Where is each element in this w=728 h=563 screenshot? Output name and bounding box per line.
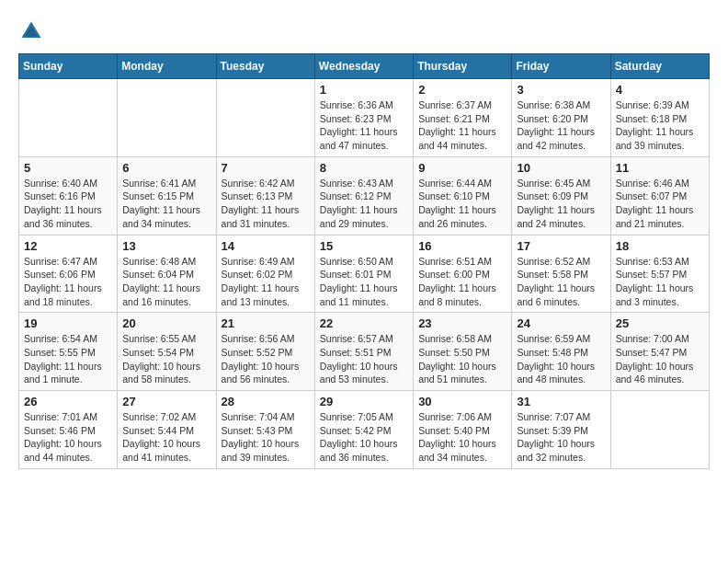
calendar-cell: 8Sunrise: 6:43 AMSunset: 6:12 PMDaylight… <box>314 156 413 235</box>
day-info: Sunrise: 6:56 AMSunset: 5:52 PMDaylight:… <box>222 332 310 386</box>
day-info: Sunrise: 6:52 AMSunset: 5:58 PMDaylight:… <box>517 255 605 309</box>
day-number: 12 <box>24 239 112 253</box>
calendar-cell <box>610 391 709 469</box>
day-number: 2 <box>418 83 506 97</box>
calendar-week-row: 19Sunrise: 6:54 AMSunset: 5:55 PMDayligh… <box>19 313 710 391</box>
weekday-header: Wednesday <box>314 54 413 79</box>
calendar-cell: 21Sunrise: 6:56 AMSunset: 5:52 PMDayligh… <box>216 313 314 391</box>
calendar-cell: 15Sunrise: 6:50 AMSunset: 6:01 PMDayligh… <box>314 235 413 313</box>
calendar-cell: 5Sunrise: 6:40 AMSunset: 6:16 PMDaylight… <box>19 156 118 235</box>
calendar-header-row: SundayMondayTuesdayWednesdayThursdayFrid… <box>19 54 710 79</box>
day-number: 24 <box>517 316 605 330</box>
day-info: Sunrise: 6:55 AMSunset: 5:54 PMDaylight:… <box>122 332 210 386</box>
calendar-cell: 23Sunrise: 6:58 AMSunset: 5:50 PMDayligh… <box>414 313 512 391</box>
weekday-header: Tuesday <box>216 54 314 79</box>
day-number: 18 <box>616 239 704 253</box>
day-number: 28 <box>222 395 310 408</box>
day-number: 26 <box>24 395 112 408</box>
day-number: 4 <box>616 83 704 97</box>
calendar-cell: 10Sunrise: 6:45 AMSunset: 6:09 PMDayligh… <box>512 156 610 235</box>
calendar-cell: 9Sunrise: 6:44 AMSunset: 6:10 PMDaylight… <box>414 156 512 235</box>
day-info: Sunrise: 7:06 AMSunset: 5:40 PMDaylight:… <box>418 410 506 465</box>
calendar-cell <box>216 79 314 157</box>
calendar-cell: 26Sunrise: 7:01 AMSunset: 5:46 PMDayligh… <box>19 391 118 469</box>
day-number: 16 <box>418 239 506 253</box>
day-number: 1 <box>320 83 408 97</box>
calendar-cell: 13Sunrise: 6:48 AMSunset: 6:04 PMDayligh… <box>118 235 216 313</box>
calendar-cell: 6Sunrise: 6:41 AMSunset: 6:15 PMDaylight… <box>118 156 216 235</box>
day-info: Sunrise: 6:43 AMSunset: 6:12 PMDaylight:… <box>320 177 408 231</box>
day-number: 5 <box>24 161 112 175</box>
day-number: 6 <box>122 161 210 175</box>
logo <box>18 18 48 44</box>
weekday-header: Saturday <box>610 54 709 79</box>
day-info: Sunrise: 7:04 AMSunset: 5:43 PMDaylight:… <box>222 410 310 465</box>
calendar-table: SundayMondayTuesdayWednesdayThursdayFrid… <box>18 53 710 469</box>
calendar-cell: 7Sunrise: 6:42 AMSunset: 6:13 PMDaylight… <box>216 156 314 235</box>
day-info: Sunrise: 6:54 AMSunset: 5:55 PMDaylight:… <box>24 332 112 386</box>
calendar-cell: 3Sunrise: 6:38 AMSunset: 6:20 PMDaylight… <box>512 79 610 157</box>
calendar-week-row: 1Sunrise: 6:36 AMSunset: 6:23 PMDaylight… <box>19 79 710 157</box>
calendar-cell <box>118 79 216 157</box>
day-info: Sunrise: 6:39 AMSunset: 6:18 PMDaylight:… <box>616 98 704 153</box>
calendar-cell: 27Sunrise: 7:02 AMSunset: 5:44 PMDayligh… <box>118 391 216 469</box>
day-info: Sunrise: 6:49 AMSunset: 6:02 PMDaylight:… <box>222 255 310 309</box>
weekday-header: Friday <box>512 54 610 79</box>
day-info: Sunrise: 6:59 AMSunset: 5:48 PMDaylight:… <box>517 332 605 386</box>
day-info: Sunrise: 6:57 AMSunset: 5:51 PMDaylight:… <box>320 332 408 386</box>
day-number: 3 <box>517 83 605 97</box>
calendar-cell: 12Sunrise: 6:47 AMSunset: 6:06 PMDayligh… <box>19 235 118 313</box>
calendar-week-row: 12Sunrise: 6:47 AMSunset: 6:06 PMDayligh… <box>19 235 710 313</box>
day-info: Sunrise: 6:44 AMSunset: 6:10 PMDaylight:… <box>418 177 506 231</box>
calendar-cell: 22Sunrise: 6:57 AMSunset: 5:51 PMDayligh… <box>314 313 413 391</box>
day-number: 19 <box>24 316 112 330</box>
calendar-cell: 29Sunrise: 7:05 AMSunset: 5:42 PMDayligh… <box>314 391 413 469</box>
day-info: Sunrise: 6:45 AMSunset: 6:09 PMDaylight:… <box>517 177 605 231</box>
calendar-week-row: 5Sunrise: 6:40 AMSunset: 6:16 PMDaylight… <box>19 156 710 235</box>
day-info: Sunrise: 7:00 AMSunset: 5:47 PMDaylight:… <box>616 332 704 386</box>
weekday-header: Monday <box>118 54 216 79</box>
calendar-cell: 28Sunrise: 7:04 AMSunset: 5:43 PMDayligh… <box>216 391 314 469</box>
logo-icon <box>18 18 44 44</box>
calendar-cell: 18Sunrise: 6:53 AMSunset: 5:57 PMDayligh… <box>610 235 709 313</box>
day-number: 11 <box>616 161 704 175</box>
weekday-header: Sunday <box>19 54 118 79</box>
day-info: Sunrise: 6:50 AMSunset: 6:01 PMDaylight:… <box>320 255 408 309</box>
calendar-cell: 17Sunrise: 6:52 AMSunset: 5:58 PMDayligh… <box>512 235 610 313</box>
day-number: 8 <box>320 161 408 175</box>
day-number: 7 <box>222 161 310 175</box>
day-number: 30 <box>418 395 506 408</box>
day-info: Sunrise: 6:51 AMSunset: 6:00 PMDaylight:… <box>418 255 506 309</box>
day-number: 15 <box>320 239 408 253</box>
weekday-header: Thursday <box>414 54 512 79</box>
day-number: 25 <box>616 316 704 330</box>
day-info: Sunrise: 6:58 AMSunset: 5:50 PMDaylight:… <box>418 332 506 386</box>
calendar-cell: 1Sunrise: 6:36 AMSunset: 6:23 PMDaylight… <box>314 79 413 157</box>
day-number: 20 <box>122 316 210 330</box>
day-info: Sunrise: 6:37 AMSunset: 6:21 PMDaylight:… <box>418 98 506 153</box>
calendar-cell: 2Sunrise: 6:37 AMSunset: 6:21 PMDaylight… <box>414 79 512 157</box>
day-number: 22 <box>320 316 408 330</box>
day-info: Sunrise: 6:38 AMSunset: 6:20 PMDaylight:… <box>517 98 605 153</box>
day-info: Sunrise: 6:47 AMSunset: 6:06 PMDaylight:… <box>24 255 112 309</box>
day-number: 21 <box>222 316 310 330</box>
calendar-cell: 24Sunrise: 6:59 AMSunset: 5:48 PMDayligh… <box>512 313 610 391</box>
day-info: Sunrise: 6:41 AMSunset: 6:15 PMDaylight:… <box>122 177 210 231</box>
day-info: Sunrise: 6:42 AMSunset: 6:13 PMDaylight:… <box>222 177 310 231</box>
day-number: 10 <box>517 161 605 175</box>
day-info: Sunrise: 6:36 AMSunset: 6:23 PMDaylight:… <box>320 98 408 153</box>
day-number: 9 <box>418 161 506 175</box>
calendar-cell: 30Sunrise: 7:06 AMSunset: 5:40 PMDayligh… <box>414 391 512 469</box>
day-info: Sunrise: 6:40 AMSunset: 6:16 PMDaylight:… <box>24 177 112 231</box>
day-number: 31 <box>517 395 605 408</box>
page-header <box>18 18 710 44</box>
day-number: 27 <box>122 395 210 408</box>
day-number: 17 <box>517 239 605 253</box>
calendar-week-row: 26Sunrise: 7:01 AMSunset: 5:46 PMDayligh… <box>19 391 710 469</box>
calendar-cell: 25Sunrise: 7:00 AMSunset: 5:47 PMDayligh… <box>610 313 709 391</box>
day-number: 29 <box>320 395 408 408</box>
day-info: Sunrise: 6:53 AMSunset: 5:57 PMDaylight:… <box>616 255 704 309</box>
calendar-cell: 14Sunrise: 6:49 AMSunset: 6:02 PMDayligh… <box>216 235 314 313</box>
day-info: Sunrise: 7:05 AMSunset: 5:42 PMDaylight:… <box>320 410 408 465</box>
day-info: Sunrise: 6:46 AMSunset: 6:07 PMDaylight:… <box>616 177 704 231</box>
